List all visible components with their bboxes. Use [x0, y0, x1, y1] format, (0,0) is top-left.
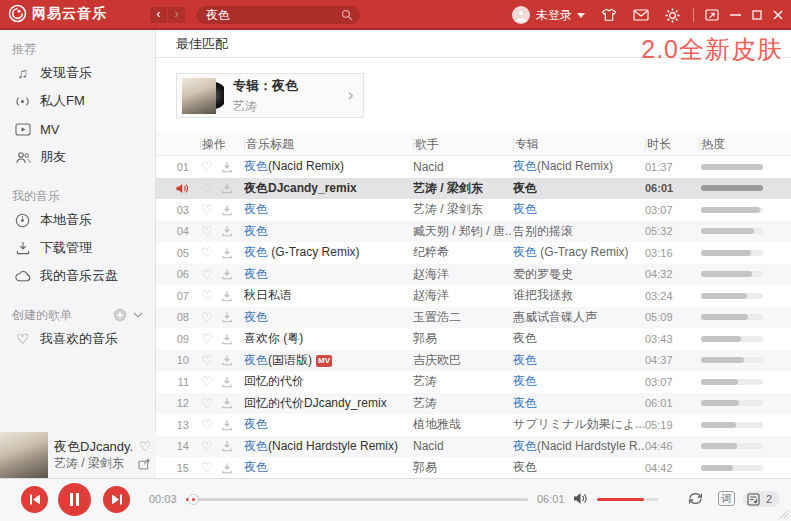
play-pause-button[interactable]: [58, 483, 91, 516]
song-title[interactable]: 夜色 (G-Tracy Remix): [244, 244, 413, 261]
nowplaying-artist[interactable]: 艺涛 / 梁剑东: [54, 455, 124, 472]
mini-mode-icon[interactable]: [705, 9, 719, 21]
download-icon[interactable]: [221, 225, 233, 237]
song-artist[interactable]: Nacid: [413, 160, 513, 174]
song-artist[interactable]: 艺涛 / 梁剑东: [413, 180, 513, 197]
favorite-icon[interactable]: ♡: [201, 332, 213, 345]
sidebar-item-fm[interactable]: 私人FM: [0, 87, 155, 115]
song-title[interactable]: 夜色: [244, 309, 413, 326]
sidebar-item-local-music[interactable]: 本地音乐: [0, 206, 155, 234]
favorite-icon[interactable]: ♡: [201, 160, 213, 173]
loop-mode-icon[interactable]: [686, 491, 705, 506]
login-caret-icon[interactable]: [577, 13, 585, 18]
download-icon[interactable]: [221, 376, 233, 388]
song-album[interactable]: 夜色(Nacid Hardstyle R...: [513, 438, 645, 455]
minimize-icon[interactable]: [730, 14, 741, 16]
song-artist[interactable]: 郭易: [413, 330, 513, 347]
song-album[interactable]: 夜色: [513, 373, 645, 390]
song-album[interactable]: 夜色: [513, 352, 645, 369]
settings-gear-icon[interactable]: [665, 8, 680, 23]
download-icon[interactable]: [221, 290, 233, 302]
nowplaying-heart-icon[interactable]: ♡: [139, 440, 151, 453]
favorite-icon[interactable]: ♡: [201, 397, 213, 410]
progress-thumb[interactable]: [188, 494, 199, 505]
app-logo[interactable]: 网易云音乐: [8, 4, 107, 23]
sidebar-item-liked-music[interactable]: ♡ 我喜欢的音乐: [0, 325, 155, 353]
song-title[interactable]: 回忆的代价: [244, 373, 413, 390]
song-artist[interactable]: Nacid: [413, 439, 513, 453]
sidebar-item-mv[interactable]: MV: [0, 115, 155, 143]
favorite-icon[interactable]: ♡: [201, 203, 213, 216]
lyrics-icon[interactable]: 词: [718, 491, 735, 506]
song-album[interactable]: 爱的罗曼史: [513, 266, 645, 283]
favorite-icon[interactable]: ♡: [201, 311, 213, 324]
avatar[interactable]: [512, 6, 530, 24]
song-title[interactable]: 秋日私语: [244, 287, 413, 304]
album-match-card[interactable]: 专辑：夜色 艺涛 ›: [176, 73, 364, 118]
table-row[interactable]: 04♡夜色臧天朔 / 郑钧 / 唐...告别的摇滚05:32: [156, 221, 791, 243]
previous-button[interactable]: [21, 486, 48, 513]
song-artist[interactable]: 植地雅哉: [413, 416, 513, 433]
song-album[interactable]: 夜色: [513, 459, 645, 476]
volume-icon[interactable]: [573, 492, 588, 505]
close-icon[interactable]: [773, 10, 783, 20]
download-icon[interactable]: [221, 419, 233, 431]
download-icon[interactable]: [221, 462, 233, 474]
add-playlist-icon[interactable]: [113, 308, 127, 322]
song-title[interactable]: 夜色(Nacid Remix): [244, 158, 413, 175]
nowplaying-cover[interactable]: [0, 432, 48, 478]
song-title[interactable]: 夜色(国语版)MV: [244, 352, 413, 369]
download-icon[interactable]: [221, 204, 233, 216]
favorite-icon[interactable]: ♡: [201, 246, 213, 259]
favorite-icon[interactable]: ♡: [201, 182, 213, 195]
song-album[interactable]: 夜色(Nacid Remix): [513, 158, 645, 175]
table-row[interactable]: ♡夜色DJcandy_remix艺涛 / 梁剑东夜色06:01: [156, 178, 791, 200]
resize-grip[interactable]: [779, 509, 789, 519]
sidebar-item-friends[interactable]: 朋友: [0, 143, 155, 171]
download-icon[interactable]: [221, 354, 233, 366]
login-label[interactable]: 未登录: [536, 7, 572, 24]
song-album[interactable]: 夜色: [513, 180, 645, 197]
table-row[interactable]: 09♡喜欢你 (粤)郭易夜色03:43: [156, 328, 791, 350]
table-row[interactable]: 15♡夜色郭易夜色04:42: [156, 457, 791, 478]
song-album[interactable]: 夜色: [513, 201, 645, 218]
song-title[interactable]: 回忆的代价DJcandy_remix: [244, 395, 413, 412]
sidebar-item-discover[interactable]: ♫ 发现音乐: [0, 59, 155, 87]
download-icon[interactable]: [221, 311, 233, 323]
song-album[interactable]: 夜色: [513, 395, 645, 412]
share-icon[interactable]: [138, 458, 151, 470]
sidebar-item-download-manage[interactable]: 下载管理: [0, 234, 155, 262]
next-button[interactable]: [103, 486, 130, 513]
download-icon[interactable]: [221, 182, 233, 194]
search-icon[interactable]: [341, 9, 353, 21]
table-row[interactable]: 07♡秋日私语赵海洋谁把我拯救03:24: [156, 285, 791, 307]
favorite-icon[interactable]: ♡: [201, 375, 213, 388]
download-icon[interactable]: [221, 161, 233, 173]
search-input[interactable]: [206, 6, 334, 24]
back-button[interactable]: ‹: [150, 7, 167, 23]
download-icon[interactable]: [221, 397, 233, 409]
download-icon[interactable]: [221, 333, 233, 345]
song-title[interactable]: 夜色: [244, 266, 413, 283]
download-icon[interactable]: [221, 268, 233, 280]
table-row[interactable]: 11♡回忆的代价艺涛夜色03:07: [156, 371, 791, 393]
song-title[interactable]: 夜色: [244, 223, 413, 240]
song-title[interactable]: 夜色DJcandy_remix: [244, 180, 413, 197]
table-row[interactable]: 01♡夜色(Nacid Remix)Nacid夜色(Nacid Remix)01…: [156, 156, 791, 178]
song-artist[interactable]: 艺涛: [413, 395, 513, 412]
maximize-icon[interactable]: [752, 10, 762, 20]
song-artist[interactable]: 赵海洋: [413, 266, 513, 283]
song-artist[interactable]: 艺涛 / 梁剑东: [413, 201, 513, 218]
table-row[interactable]: 03♡夜色艺涛 / 梁剑东夜色03:07: [156, 199, 791, 221]
skin-icon[interactable]: [601, 8, 617, 22]
table-row[interactable]: 10♡夜色(国语版)MV吉庆欧巴夜色04:37: [156, 350, 791, 372]
song-album[interactable]: 惠威试音碟人声: [513, 309, 645, 326]
table-row[interactable]: 08♡夜色玉置浩二惠威试音碟人声05:09: [156, 307, 791, 329]
song-artist[interactable]: 艺涛: [413, 373, 513, 390]
song-title[interactable]: 喜欢你 (粤): [244, 330, 413, 347]
song-album[interactable]: 谁把我拯救: [513, 287, 645, 304]
playlist-button[interactable]: 2: [743, 491, 780, 507]
mv-badge[interactable]: MV: [316, 355, 332, 367]
table-row[interactable]: 06♡夜色赵海洋爱的罗曼史04:32: [156, 264, 791, 286]
favorite-icon[interactable]: ♡: [201, 289, 213, 302]
